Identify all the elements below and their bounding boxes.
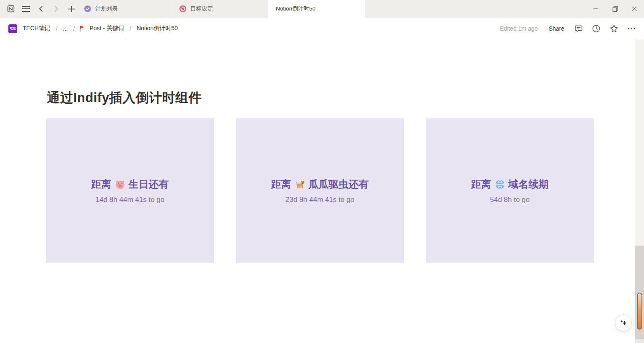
tab-plan-list[interactable]: 计划列表 — [78, 0, 173, 18]
tab-label: 目标设定 — [190, 5, 213, 13]
breadcrumb-separator: / — [73, 25, 75, 32]
scrollbar — [635, 39, 644, 343]
tab-label: 计划列表 — [95, 5, 118, 13]
scrollbar-thumb[interactable] — [637, 293, 642, 330]
countdown-time: 14d 8h 44m 41s to go — [96, 196, 164, 204]
breadcrumb-bar: 笔记 TECH笔记 / ... / Post - 关键词 / Notion倒计时… — [0, 18, 644, 39]
breadcrumb-separator: / — [56, 25, 57, 32]
sidebar-menu-button[interactable] — [20, 3, 32, 15]
countdown-unit: to go — [148, 196, 164, 204]
chevron-left-icon — [38, 5, 44, 12]
scrollbar-track[interactable] — [635, 246, 644, 339]
countdown-card-domain[interactable]: 距离 域名续期 54d 8h to go — [426, 118, 594, 263]
notion-logo-icon — [7, 5, 15, 13]
favorite-button[interactable] — [607, 22, 621, 35]
countdown-widgets: 距离 生日还有 — [46, 118, 594, 263]
forward-button[interactable] — [50, 3, 62, 15]
hamburger-icon — [22, 5, 30, 12]
restore-button[interactable] — [605, 0, 625, 18]
page-content: 通过Indify插入倒计时组件 距离 — [0, 39, 634, 343]
workspace-icon: 笔记 — [8, 24, 17, 33]
countdown-heading: 距离 — [271, 178, 369, 191]
titlebar-left-controls — [5, 0, 77, 18]
window-controls — [586, 0, 644, 18]
notion-ai-button[interactable] — [615, 314, 632, 331]
countdown-suffix: 生日还有 — [129, 178, 169, 191]
chevron-right-icon — [53, 5, 60, 12]
new-tab-button[interactable] — [65, 3, 77, 15]
tab-goal-setting[interactable]: 目标设定 — [173, 0, 268, 18]
breadcrumb-parent[interactable]: Post - 关键词 — [88, 24, 126, 33]
countdown-suffix: 瓜瓜驱虫还有 — [309, 178, 369, 191]
comments-button[interactable] — [572, 22, 585, 35]
globe-icon — [494, 179, 506, 190]
edited-timestamp: Edited 1m ago — [500, 25, 538, 32]
countdown-unit: to go — [338, 196, 354, 204]
countdown-value: 54d 8h — [490, 196, 512, 204]
target-icon — [179, 5, 187, 13]
restore-icon — [613, 6, 618, 12]
tab-label: Notion倒计时50 — [276, 5, 316, 13]
check-circle-icon — [84, 5, 91, 13]
share-button[interactable]: Share — [545, 24, 568, 34]
minimize-button[interactable] — [586, 0, 605, 18]
close-icon — [632, 6, 637, 11]
countdown-value: 23d 8h 44m 41s — [286, 196, 337, 204]
breadcrumb-workspace[interactable]: TECH笔记 — [21, 24, 52, 33]
close-button[interactable] — [625, 0, 644, 18]
countdown-prefix: 距离 — [91, 178, 112, 191]
breadcrumb-current[interactable]: Notion倒计时50 — [135, 24, 179, 33]
pig-icon — [114, 179, 126, 190]
star-icon — [610, 24, 618, 33]
countdown-heading: 距离 生日还有 — [91, 178, 169, 191]
breadcrumb-ellipsis[interactable]: ... — [61, 24, 70, 33]
breadcrumb: 笔记 TECH笔记 / ... / Post - 关键词 / Notion倒计时… — [8, 24, 179, 33]
comment-icon — [574, 24, 583, 33]
countdown-card-birthday[interactable]: 距离 生日还有 — [46, 118, 214, 263]
breadcrumb-separator: / — [130, 25, 131, 32]
countdown-suffix: 域名续期 — [509, 178, 549, 191]
history-button[interactable] — [589, 22, 603, 35]
dog-icon — [294, 179, 306, 190]
countdown-heading: 距离 域名续期 — [471, 178, 549, 191]
countdown-prefix: 距离 — [271, 178, 291, 191]
tab-strip: 计划列表 目标设定 Notion倒计时50 — [78, 0, 365, 18]
titlebar: 计划列表 目标设定 Notion倒计时50 — [0, 0, 644, 18]
flag-icon — [79, 25, 86, 32]
sparkles-icon — [619, 319, 628, 327]
tab-notion-countdown[interactable]: Notion倒计时50 — [268, 0, 365, 18]
back-button[interactable] — [35, 3, 47, 15]
countdown-prefix: 距离 — [471, 178, 491, 191]
plus-icon — [68, 5, 75, 13]
countdown-value: 14d 8h 44m 41s — [96, 196, 147, 204]
topbar-actions: Edited 1m ago Share — [500, 22, 638, 35]
notion-window: 计划列表 目标设定 Notion倒计时50 — [0, 0, 644, 343]
countdown-time: 54d 8h to go — [490, 196, 530, 204]
clock-icon — [592, 24, 600, 33]
countdown-unit: to go — [514, 196, 530, 204]
more-button[interactable] — [625, 22, 638, 35]
countdown-card-deworming[interactable]: 距离 — [236, 118, 404, 263]
ellipsis-icon — [627, 27, 636, 30]
minimize-icon — [593, 6, 598, 11]
scrollbar-end-cap — [635, 339, 644, 343]
page-title: 通过Indify插入倒计时组件 — [47, 89, 202, 107]
notion-logo[interactable] — [5, 3, 17, 15]
countdown-time: 23d 8h 44m 41s to go — [286, 196, 354, 204]
